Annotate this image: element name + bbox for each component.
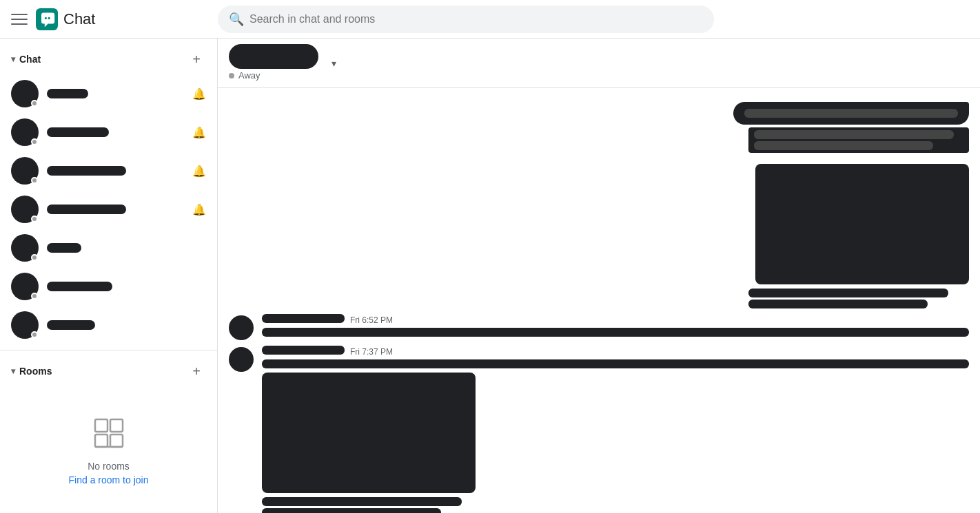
svg-point-2 bbox=[48, 17, 50, 19]
msg-content: Fri 7:37 PM bbox=[262, 346, 969, 513]
msg-time: Fri 7:37 PM bbox=[350, 347, 393, 357]
chat-item-name bbox=[47, 205, 187, 214]
message-group: Fri 6:52 PM bbox=[218, 311, 980, 343]
list-item[interactable]: 🔔 bbox=[0, 190, 217, 229]
logo-container: Chat bbox=[36, 8, 95, 30]
rooms-section-title: ▾ Rooms bbox=[11, 366, 52, 377]
message-group bbox=[218, 99, 980, 157]
msg-name bbox=[262, 314, 345, 323]
bell-icon: 🔔 bbox=[192, 165, 206, 178]
rooms-section-header[interactable]: ▾ Rooms + bbox=[0, 356, 217, 386]
list-item[interactable]: 🔔 bbox=[0, 151, 217, 190]
chat-item-name bbox=[47, 89, 187, 98]
no-rooms-text: No rooms bbox=[88, 461, 130, 472]
messages-container[interactable]: Fri 6:52 PM Fri 7:37 PM bbox=[218, 88, 980, 513]
add-chat-button[interactable]: + bbox=[187, 50, 206, 69]
sidebar: ▾ Chat + 🔔 🔔 🔔 bbox=[0, 39, 218, 513]
avatar bbox=[11, 273, 39, 300]
chat-item-name bbox=[47, 127, 187, 137]
menu-icon[interactable] bbox=[11, 11, 28, 28]
rooms-empty-icon bbox=[90, 414, 128, 452]
top-bar-left: Chat bbox=[11, 8, 218, 30]
status-dot bbox=[229, 73, 234, 78]
contact-name-button[interactable] bbox=[229, 44, 318, 69]
avatar bbox=[11, 118, 39, 146]
search-bar[interactable]: 🔍 bbox=[218, 6, 714, 33]
app-title: Chat bbox=[63, 10, 95, 28]
list-item[interactable] bbox=[0, 267, 217, 306]
svg-rect-6 bbox=[110, 435, 123, 447]
sent-image bbox=[755, 164, 969, 284]
chevron-icon: ▾ bbox=[11, 366, 15, 376]
chat-logo-icon bbox=[36, 8, 58, 30]
avatar bbox=[11, 196, 39, 223]
svg-rect-5 bbox=[95, 435, 108, 447]
message-group: Fri 7:37 PM bbox=[218, 343, 980, 513]
chat-item-name bbox=[47, 320, 206, 330]
msg-content: Fri 6:52 PM bbox=[262, 314, 969, 339]
avatar bbox=[11, 80, 39, 107]
chat-section-title: ▾ Chat bbox=[11, 54, 41, 65]
rooms-section: ▾ Rooms + No rooms Find a room to join bbox=[0, 350, 217, 513]
avatar bbox=[229, 347, 254, 372]
sent-bubble bbox=[733, 102, 969, 125]
chat-item-name bbox=[47, 166, 187, 176]
find-room-link[interactable]: Find a room to join bbox=[69, 474, 149, 485]
bell-icon: 🔔 bbox=[192, 203, 206, 216]
chevron-icon: ▾ bbox=[11, 54, 15, 64]
search-input[interactable] bbox=[249, 13, 703, 25]
status-text: Away bbox=[238, 70, 261, 81]
avatar bbox=[11, 234, 39, 262]
main-area: Away ▾ bbox=[218, 39, 980, 513]
chat-item-name bbox=[47, 243, 206, 253]
sent-image-group bbox=[218, 157, 980, 311]
bell-icon: 🔔 bbox=[192, 126, 206, 139]
no-rooms-container: No rooms Find a room to join bbox=[0, 386, 217, 513]
list-item[interactable] bbox=[0, 229, 217, 267]
chat-item-name bbox=[47, 282, 206, 291]
chat-section-header[interactable]: ▾ Chat + bbox=[0, 44, 217, 74]
avatar bbox=[11, 311, 39, 339]
top-bar: Chat 🔍 bbox=[0, 0, 980, 39]
svg-point-1 bbox=[45, 17, 47, 19]
msg-time: Fri 6:52 PM bbox=[350, 315, 393, 325]
msg-image bbox=[262, 373, 476, 493]
svg-rect-4 bbox=[110, 419, 123, 432]
chat-header: Away ▾ bbox=[218, 39, 980, 88]
svg-rect-3 bbox=[95, 419, 108, 432]
dropdown-button[interactable]: ▾ bbox=[324, 54, 343, 73]
chat-section: ▾ Chat + 🔔 🔔 🔔 bbox=[0, 39, 217, 350]
bell-icon: 🔔 bbox=[192, 87, 206, 101]
list-item[interactable] bbox=[0, 306, 217, 344]
list-item[interactable]: 🔔 bbox=[0, 74, 217, 113]
list-item[interactable]: 🔔 bbox=[0, 113, 217, 151]
status-row: Away bbox=[229, 69, 318, 82]
msg-name bbox=[262, 346, 345, 355]
search-icon: 🔍 bbox=[229, 12, 244, 27]
avatar bbox=[229, 315, 254, 340]
add-room-button[interactable]: + bbox=[187, 362, 206, 381]
avatar bbox=[11, 157, 39, 185]
